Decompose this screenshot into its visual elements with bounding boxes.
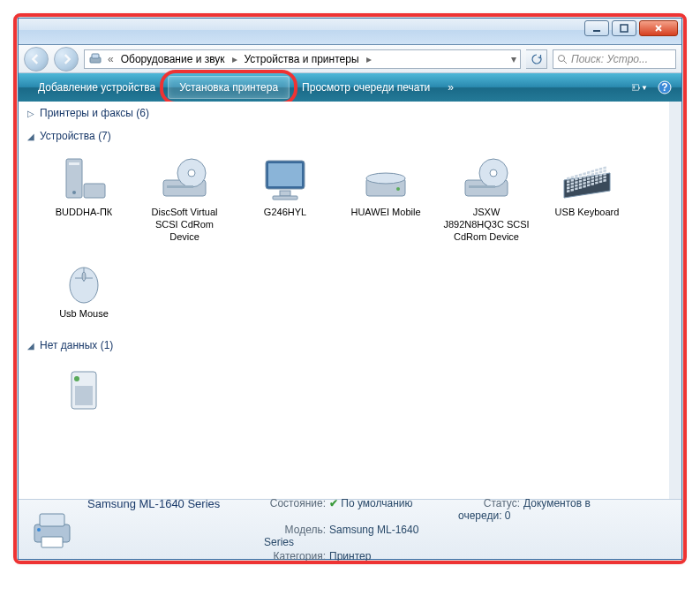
- svg-rect-17: [167, 185, 193, 188]
- breadcrumb-2[interactable]: Устройства и принтеры: [243, 53, 361, 65]
- install-printer-label: Установка принтера: [179, 81, 278, 94]
- svg-point-4: [559, 55, 565, 61]
- explorer-window: « Оборудование и звук ▸ Устройства и при…: [18, 18, 682, 560]
- svg-point-16: [188, 170, 195, 177]
- details-model-key: Модель:: [264, 524, 326, 536]
- svg-rect-35: [591, 170, 594, 172]
- details-cat-key: Категория:: [264, 550, 326, 562]
- svg-rect-77: [599, 180, 602, 183]
- svg-rect-3: [92, 54, 99, 58]
- install-printer-button[interactable]: Установка принтера: [168, 76, 290, 99]
- svg-rect-58: [603, 173, 606, 176]
- breadcrumb-1[interactable]: Оборудование и звук: [119, 53, 227, 65]
- svg-rect-42: [579, 177, 582, 179]
- svg-rect-49: [567, 184, 569, 186]
- svg-rect-59: [567, 186, 569, 189]
- device-item[interactable]: HUAWEI Mobile: [338, 151, 433, 247]
- section-nodata-label: Нет данных: [40, 339, 97, 351]
- svg-rect-12: [69, 162, 79, 165]
- search-placeholder: Поиск: Устро...: [571, 53, 648, 65]
- svg-rect-62: [579, 183, 582, 185]
- pc-icon: [52, 155, 116, 205]
- svg-rect-66: [595, 178, 598, 181]
- device-label: G246HYL: [264, 207, 306, 219]
- mouse-icon: [52, 257, 116, 306]
- nodata-grid: [19, 357, 669, 429]
- toolbar-overflow-icon[interactable]: »: [442, 81, 459, 94]
- help-button[interactable]: ?: [657, 79, 673, 95]
- keyboard-icon: [555, 155, 619, 205]
- device-item[interactable]: USB Keyboard: [539, 151, 635, 247]
- device-label: JSXW J892N8HQ3C SCSI CdRom Device: [443, 207, 530, 243]
- svg-rect-56: [595, 175, 598, 177]
- device-label: HUAWEI Mobile: [350, 207, 420, 219]
- svg-rect-71: [575, 187, 577, 190]
- details-title: Samsung ML-1640 Series: [87, 497, 246, 522]
- svg-rect-73: [583, 185, 585, 188]
- section-nodata[interactable]: ◢ Нет данных (1): [19, 334, 669, 357]
- device-label: Usb Mouse: [59, 308, 109, 321]
- section-printers[interactable]: ▷ Принтеры и факсы (6): [19, 102, 669, 124]
- svg-text:?: ?: [661, 81, 667, 94]
- svg-point-82: [74, 376, 79, 381]
- devices-icon: [88, 52, 102, 66]
- svg-rect-68: [603, 176, 606, 178]
- device-item[interactable]: JSXW J892N8HQ3C SCSI CdRom Device: [439, 151, 534, 247]
- device-item[interactable]: BUDDHA-ПК: [36, 151, 132, 247]
- devices-grid: BUDDHA-ПКDiscSoft Virtual SCSI CdRom Dev…: [19, 147, 669, 334]
- section-printers-count: (6): [136, 107, 149, 119]
- svg-point-24: [396, 187, 400, 191]
- section-devices[interactable]: ◢ Устройства (7): [19, 124, 669, 147]
- svg-rect-1: [621, 25, 628, 32]
- svg-rect-70: [571, 189, 574, 192]
- svg-rect-44: [587, 174, 590, 177]
- svg-rect-69: [567, 190, 569, 192]
- maximize-button[interactable]: [612, 20, 636, 36]
- svg-rect-37: [599, 168, 602, 170]
- svg-rect-38: [603, 166, 606, 169]
- add-device-button[interactable]: Добавление устройства: [27, 77, 166, 98]
- navigation-row: « Оборудование и звук ▸ Устройства и при…: [19, 45, 681, 73]
- details-cat-val: Принтер: [329, 550, 371, 562]
- optical-icon: [455, 155, 518, 205]
- svg-rect-46: [595, 172, 598, 175]
- close-button[interactable]: [639, 20, 678, 36]
- svg-rect-0: [593, 30, 600, 32]
- svg-rect-28: [469, 185, 495, 188]
- minimize-button[interactable]: [584, 20, 609, 36]
- device-item[interactable]: DiscSoft Virtual SCSI CdRom Device: [137, 151, 232, 247]
- forward-button[interactable]: [54, 47, 79, 72]
- command-bar: Добавление устройства Установка принтера…: [19, 73, 681, 102]
- refresh-button[interactable]: [526, 49, 547, 69]
- svg-rect-65: [591, 179, 594, 182]
- svg-rect-7: [633, 87, 635, 88]
- device-item[interactable]: G246HYL: [237, 151, 333, 247]
- device-item[interactable]: Usb Mouse: [36, 253, 132, 325]
- chevron-down-icon: ◢: [27, 341, 34, 351]
- device-item[interactable]: [36, 360, 132, 420]
- chevron-right-icon: ▷: [27, 109, 34, 118]
- svg-rect-54: [587, 177, 590, 180]
- device-label: USB Keyboard: [555, 207, 620, 219]
- svg-rect-63: [583, 182, 585, 185]
- svg-rect-41: [575, 177, 577, 180]
- address-bar[interactable]: « Оборудование и звук ▸ Устройства и при…: [84, 49, 521, 69]
- content-area: ▷ Принтеры и факсы (6) ◢ Устройства (7) …: [19, 102, 681, 499]
- svg-rect-34: [587, 171, 590, 174]
- svg-rect-53: [583, 178, 585, 181]
- view-options-button[interactable]: ▼: [632, 79, 648, 95]
- svg-rect-76: [595, 182, 598, 185]
- svg-rect-43: [583, 176, 585, 178]
- details-columns: Samsung ML-1640 Series Состояние:✔ По ум…: [87, 497, 673, 562]
- search-input[interactable]: Поиск: Устро...: [553, 49, 676, 69]
- window-controls: [584, 20, 678, 36]
- back-button[interactable]: [24, 47, 49, 72]
- svg-rect-40: [571, 179, 574, 182]
- svg-rect-61: [575, 185, 577, 187]
- svg-rect-78: [603, 179, 606, 182]
- view-queue-button[interactable]: Просмотр очереди печати: [291, 77, 440, 98]
- search-icon: [557, 54, 568, 64]
- svg-rect-86: [41, 537, 63, 547]
- svg-rect-64: [587, 181, 590, 184]
- history-dropdown-icon[interactable]: ▾: [511, 53, 516, 65]
